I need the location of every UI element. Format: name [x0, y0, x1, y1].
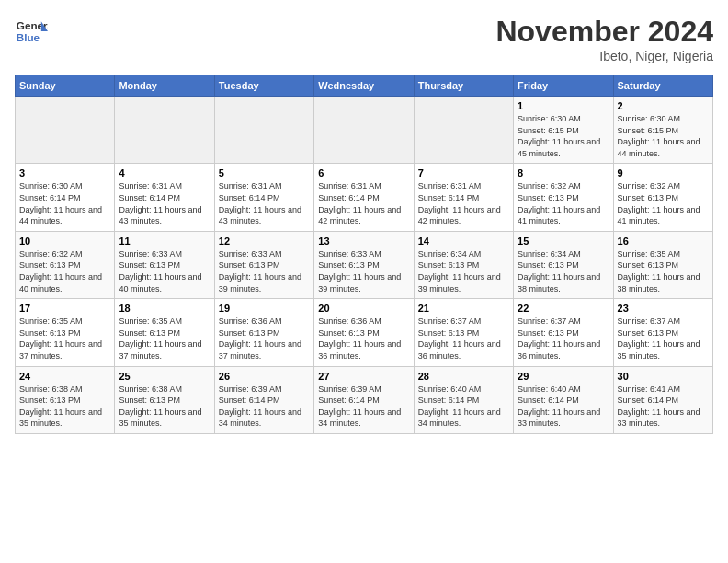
calendar-day-cell: 23Sunrise: 6:37 AM Sunset: 6:13 PM Dayli…: [613, 299, 712, 366]
day-number: 3: [19, 167, 110, 178]
calendar-day-cell: 20Sunrise: 6:36 AM Sunset: 6:13 PM Dayli…: [314, 299, 414, 366]
day-info: Sunrise: 6:33 AM Sunset: 6:13 PM Dayligh…: [318, 248, 409, 294]
calendar-day-cell: 27Sunrise: 6:39 AM Sunset: 6:14 PM Dayli…: [314, 366, 414, 433]
day-info: Sunrise: 6:30 AM Sunset: 6:14 PM Dayligh…: [19, 180, 110, 226]
calendar-week-row: 1Sunrise: 6:30 AM Sunset: 6:15 PM Daylig…: [16, 97, 713, 164]
page-header: General Blue November 2024 Ibeto, Niger,…: [15, 15, 713, 63]
calendar-day-cell: 17Sunrise: 6:35 AM Sunset: 6:13 PM Dayli…: [16, 299, 115, 366]
day-number: 25: [119, 371, 210, 382]
day-number: 27: [318, 371, 409, 382]
day-number: 13: [318, 236, 409, 247]
month-title: November 2024: [495, 15, 713, 49]
day-number: 19: [219, 303, 310, 314]
day-info: Sunrise: 6:40 AM Sunset: 6:14 PM Dayligh…: [418, 384, 509, 430]
calendar-day-cell: 14Sunrise: 6:34 AM Sunset: 6:13 PM Dayli…: [414, 231, 513, 298]
logo-icon: General Blue: [15, 15, 48, 48]
calendar-day-cell: 4Sunrise: 6:31 AM Sunset: 6:14 PM Daylig…: [115, 164, 214, 231]
calendar-day-cell: 10Sunrise: 6:32 AM Sunset: 6:13 PM Dayli…: [16, 231, 115, 298]
calendar-day-cell: [115, 97, 214, 164]
calendar-week-row: 24Sunrise: 6:38 AM Sunset: 6:13 PM Dayli…: [16, 366, 713, 433]
calendar-day-cell: 9Sunrise: 6:32 AM Sunset: 6:13 PM Daylig…: [613, 164, 712, 231]
day-info: Sunrise: 6:34 AM Sunset: 6:13 PM Dayligh…: [518, 248, 609, 294]
day-info: Sunrise: 6:35 AM Sunset: 6:13 PM Dayligh…: [119, 316, 210, 362]
day-info: Sunrise: 6:36 AM Sunset: 6:13 PM Dayligh…: [318, 316, 409, 362]
day-number: 28: [418, 371, 509, 382]
day-of-week-header: Monday: [115, 75, 214, 97]
day-number: 22: [518, 303, 609, 314]
day-info: Sunrise: 6:41 AM Sunset: 6:14 PM Dayligh…: [618, 384, 709, 430]
day-info: Sunrise: 6:30 AM Sunset: 6:15 PM Dayligh…: [518, 113, 609, 159]
calendar-day-cell: 28Sunrise: 6:40 AM Sunset: 6:14 PM Dayli…: [414, 366, 513, 433]
calendar-day-cell: 21Sunrise: 6:37 AM Sunset: 6:13 PM Dayli…: [414, 299, 513, 366]
day-number: 10: [19, 236, 110, 247]
day-number: 30: [618, 371, 709, 382]
calendar-day-cell: 16Sunrise: 6:35 AM Sunset: 6:13 PM Dayli…: [613, 231, 712, 298]
day-info: Sunrise: 6:31 AM Sunset: 6:14 PM Dayligh…: [418, 180, 509, 226]
day-info: Sunrise: 6:40 AM Sunset: 6:14 PM Dayligh…: [518, 384, 609, 430]
day-number: 23: [618, 303, 709, 314]
day-of-week-header: Wednesday: [314, 75, 414, 97]
day-info: Sunrise: 6:30 AM Sunset: 6:15 PM Dayligh…: [618, 113, 709, 159]
calendar-header: SundayMondayTuesdayWednesdayThursdayFrid…: [16, 75, 713, 97]
day-number: 14: [418, 236, 509, 247]
calendar-day-cell: 22Sunrise: 6:37 AM Sunset: 6:13 PM Dayli…: [514, 299, 613, 366]
calendar-day-cell: [16, 97, 115, 164]
day-number: 29: [518, 371, 609, 382]
location-subtitle: Ibeto, Niger, Nigeria: [495, 49, 713, 63]
calendar-day-cell: [414, 97, 513, 164]
calendar-day-cell: 7Sunrise: 6:31 AM Sunset: 6:14 PM Daylig…: [414, 164, 513, 231]
day-of-week-header: Tuesday: [214, 75, 313, 97]
day-info: Sunrise: 6:31 AM Sunset: 6:14 PM Dayligh…: [119, 180, 210, 226]
day-of-week-header: Sunday: [16, 75, 115, 97]
day-info: Sunrise: 6:34 AM Sunset: 6:13 PM Dayligh…: [418, 248, 509, 294]
calendar-day-cell: 24Sunrise: 6:38 AM Sunset: 6:13 PM Dayli…: [16, 366, 115, 433]
calendar-day-cell: 30Sunrise: 6:41 AM Sunset: 6:14 PM Dayli…: [613, 366, 712, 433]
day-number: 7: [418, 167, 509, 178]
calendar-day-cell: 11Sunrise: 6:33 AM Sunset: 6:13 PM Dayli…: [115, 231, 214, 298]
calendar-week-row: 3Sunrise: 6:30 AM Sunset: 6:14 PM Daylig…: [16, 164, 713, 231]
calendar-day-cell: 2Sunrise: 6:30 AM Sunset: 6:15 PM Daylig…: [613, 97, 712, 164]
day-info: Sunrise: 6:31 AM Sunset: 6:14 PM Dayligh…: [219, 180, 310, 226]
day-info: Sunrise: 6:37 AM Sunset: 6:13 PM Dayligh…: [618, 316, 709, 362]
calendar-day-cell: 12Sunrise: 6:33 AM Sunset: 6:13 PM Dayli…: [214, 231, 313, 298]
day-number: 11: [119, 236, 210, 247]
calendar-day-cell: 15Sunrise: 6:34 AM Sunset: 6:13 PM Dayli…: [514, 231, 613, 298]
svg-text:Blue: Blue: [17, 31, 40, 43]
calendar-day-cell: 13Sunrise: 6:33 AM Sunset: 6:13 PM Dayli…: [314, 231, 414, 298]
day-number: 18: [119, 303, 210, 314]
calendar-day-cell: 5Sunrise: 6:31 AM Sunset: 6:14 PM Daylig…: [214, 164, 313, 231]
day-info: Sunrise: 6:31 AM Sunset: 6:14 PM Dayligh…: [318, 180, 409, 226]
day-of-week-header: Saturday: [613, 75, 712, 97]
day-info: Sunrise: 6:37 AM Sunset: 6:13 PM Dayligh…: [418, 316, 509, 362]
day-info: Sunrise: 6:35 AM Sunset: 6:13 PM Dayligh…: [19, 316, 110, 362]
day-number: 15: [518, 236, 609, 247]
day-number: 5: [219, 167, 310, 178]
calendar-day-cell: 29Sunrise: 6:40 AM Sunset: 6:14 PM Dayli…: [514, 366, 613, 433]
day-number: 12: [219, 236, 310, 247]
calendar-body: 1Sunrise: 6:30 AM Sunset: 6:15 PM Daylig…: [16, 97, 713, 434]
calendar-day-cell: 1Sunrise: 6:30 AM Sunset: 6:15 PM Daylig…: [514, 97, 613, 164]
day-number: 16: [618, 236, 709, 247]
day-number: 4: [119, 167, 210, 178]
day-number: 2: [618, 100, 709, 111]
day-number: 1: [518, 100, 609, 111]
day-number: 8: [518, 167, 609, 178]
calendar-day-cell: 18Sunrise: 6:35 AM Sunset: 6:13 PM Dayli…: [115, 299, 214, 366]
day-info: Sunrise: 6:33 AM Sunset: 6:13 PM Dayligh…: [119, 248, 210, 294]
day-info: Sunrise: 6:32 AM Sunset: 6:13 PM Dayligh…: [518, 180, 609, 226]
day-info: Sunrise: 6:39 AM Sunset: 6:14 PM Dayligh…: [219, 384, 310, 430]
day-number: 26: [219, 371, 310, 382]
day-info: Sunrise: 6:35 AM Sunset: 6:13 PM Dayligh…: [618, 248, 709, 294]
day-info: Sunrise: 6:39 AM Sunset: 6:14 PM Dayligh…: [318, 384, 409, 430]
title-block: November 2024 Ibeto, Niger, Nigeria: [495, 15, 713, 63]
day-info: Sunrise: 6:32 AM Sunset: 6:13 PM Dayligh…: [19, 248, 110, 294]
day-number: 24: [19, 371, 110, 382]
header-row: SundayMondayTuesdayWednesdayThursdayFrid…: [16, 75, 713, 97]
day-number: 6: [318, 167, 409, 178]
day-info: Sunrise: 6:37 AM Sunset: 6:13 PM Dayligh…: [518, 316, 609, 362]
logo: General Blue: [15, 15, 48, 48]
day-number: 20: [318, 303, 409, 314]
day-number: 21: [418, 303, 509, 314]
calendar-table: SundayMondayTuesdayWednesdayThursdayFrid…: [15, 75, 713, 434]
calendar-day-cell: 3Sunrise: 6:30 AM Sunset: 6:14 PM Daylig…: [16, 164, 115, 231]
